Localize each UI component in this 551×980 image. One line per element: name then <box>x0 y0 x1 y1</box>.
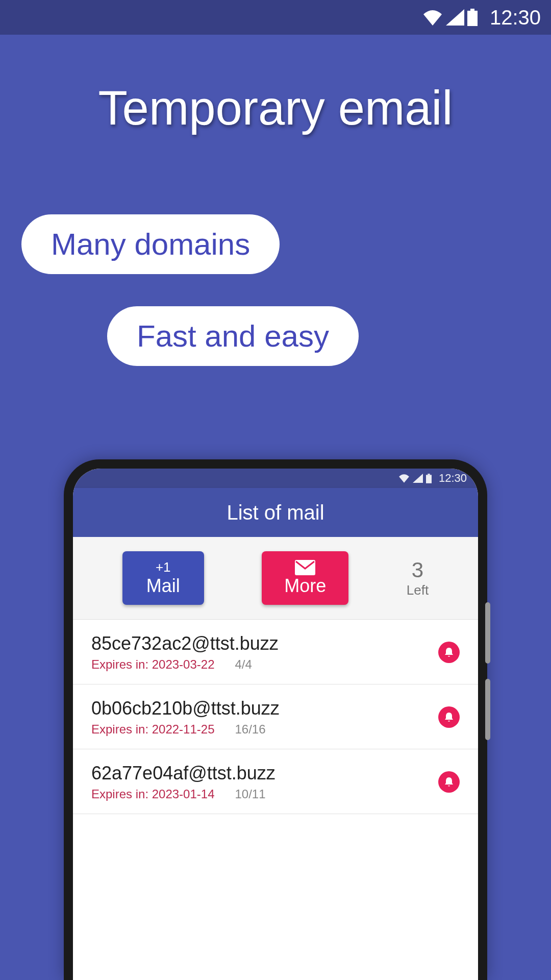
action-row: +1 Mail More 3 Left <box>73 537 478 620</box>
remaining-count: 3 <box>412 558 423 582</box>
phone-mockup: 12:30 List of mail +1 Mail More 3 Left <box>64 459 487 980</box>
add-mail-button[interactable]: +1 Mail <box>122 551 204 605</box>
plus-one-label: +1 <box>156 559 171 575</box>
remaining-indicator: 3 Left <box>407 558 429 598</box>
mail-count: 10/11 <box>235 787 265 801</box>
phone-side-button <box>485 602 490 664</box>
mail-button-label: Mail <box>146 575 180 597</box>
svg-rect-2 <box>428 474 430 475</box>
status-icons <box>422 9 478 26</box>
status-time: 12:30 <box>490 6 541 29</box>
wifi-icon <box>398 474 410 483</box>
bell-icon[interactable] <box>438 771 460 793</box>
more-button[interactable]: More <box>262 551 348 605</box>
mail-content: 85ce732ac2@ttst.buzz Expires in: 2023-03… <box>91 633 438 672</box>
page-title: Temporary email <box>0 81 551 136</box>
signal-icon <box>413 474 423 483</box>
mail-address: 62a77e04af@ttst.buzz <box>91 763 438 784</box>
mail-list: 85ce732ac2@ttst.buzz Expires in: 2023-03… <box>73 620 478 814</box>
inner-status-time: 12:30 <box>439 472 467 485</box>
feature-pill-fast-easy: Fast and easy <box>107 306 359 366</box>
app-header-title: List of mail <box>227 501 324 524</box>
bell-icon[interactable] <box>438 642 460 663</box>
mail-count: 4/4 <box>235 657 252 672</box>
mail-content: 62a77e04af@ttst.buzz Expires in: 2023-01… <box>91 763 438 801</box>
battery-icon <box>467 9 478 26</box>
mail-meta: Expires in: 2022-11-25 16/16 <box>91 722 438 737</box>
status-bar: 12:30 <box>0 0 551 35</box>
phone-side-button <box>485 679 490 740</box>
more-button-label: More <box>284 575 326 597</box>
inner-status-bar: 12:30 <box>73 469 478 488</box>
mail-item[interactable]: 85ce732ac2@ttst.buzz Expires in: 2023-03… <box>73 620 478 684</box>
svg-rect-0 <box>470 9 474 11</box>
battery-icon <box>426 474 432 483</box>
remaining-label: Left <box>407 582 429 598</box>
phone-screen: 12:30 List of mail +1 Mail More 3 Left <box>73 469 478 980</box>
svg-rect-3 <box>426 475 432 483</box>
mail-item[interactable]: 62a77e04af@ttst.buzz Expires in: 2023-01… <box>73 749 478 814</box>
mail-address: 85ce732ac2@ttst.buzz <box>91 633 438 654</box>
mail-item[interactable]: 0b06cb210b@ttst.buzz Expires in: 2022-11… <box>73 684 478 749</box>
mail-meta: Expires in: 2023-03-22 4/4 <box>91 657 438 672</box>
mail-expires: Expires in: 2023-01-14 <box>91 787 214 801</box>
mail-meta: Expires in: 2023-01-14 10/11 <box>91 787 438 801</box>
mail-content: 0b06cb210b@ttst.buzz Expires in: 2022-11… <box>91 698 438 737</box>
bell-icon[interactable] <box>438 706 460 728</box>
mail-count: 16/16 <box>235 722 265 737</box>
mail-address: 0b06cb210b@ttst.buzz <box>91 698 438 719</box>
signal-icon <box>446 9 464 26</box>
wifi-icon <box>422 9 443 26</box>
mail-expires: Expires in: 2023-03-22 <box>91 657 214 672</box>
app-header: List of mail <box>73 488 478 537</box>
mail-expires: Expires in: 2022-11-25 <box>91 722 214 737</box>
feature-pill-domains: Many domains <box>21 214 280 274</box>
svg-rect-1 <box>467 11 478 26</box>
envelope-icon <box>295 560 315 575</box>
